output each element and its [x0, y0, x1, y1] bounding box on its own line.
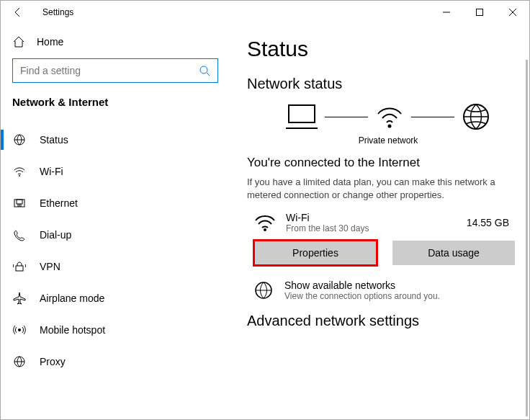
status-icon: [12, 133, 27, 146]
wifi-signal-icon: [375, 104, 404, 130]
connection-name: Wi-Fi: [286, 212, 369, 223]
globe-icon: [462, 102, 490, 131]
svg-rect-9: [17, 200, 22, 204]
svg-point-14: [18, 329, 21, 331]
proxy-icon: [12, 355, 27, 368]
nav-wifi[interactable]: Wi-Fi: [1, 156, 230, 187]
close-button[interactable]: [496, 1, 529, 24]
svg-point-20: [264, 228, 266, 231]
vpn-icon: [12, 260, 27, 273]
titlebar: Settings: [1, 1, 529, 24]
nav-label: Proxy: [40, 356, 66, 367]
globe-icon: [254, 281, 273, 300]
nav-ethernet[interactable]: Ethernet: [1, 187, 230, 219]
page-title: Status: [247, 37, 529, 61]
home-icon: [12, 35, 27, 48]
show-networks-sub: View the connection options around you.: [284, 291, 440, 301]
nav-proxy[interactable]: Proxy: [1, 346, 230, 377]
nav-label: Ethernet: [40, 197, 78, 209]
connection-data: 14.55 GB: [467, 217, 509, 228]
maximize-button[interactable]: [463, 1, 496, 24]
show-networks-row[interactable]: Show available networks View the connect…: [247, 280, 529, 301]
diagram-caption: Private network: [247, 135, 529, 146]
svg-point-18: [388, 125, 392, 128]
nav-label: VPN: [40, 261, 60, 272]
data-usage-button[interactable]: Data usage: [392, 241, 515, 265]
nav-list: Status Wi-Fi Ethernet: [1, 124, 230, 377]
minimize-button[interactable]: [430, 1, 463, 24]
nav-vpn[interactable]: VPN: [1, 251, 230, 282]
search-input[interactable]: [12, 58, 218, 83]
nav-label: Dial-up: [40, 229, 71, 241]
show-networks-title: Show available networks: [284, 280, 440, 291]
connection-period: From the last 30 days: [286, 223, 369, 233]
search-icon: [199, 65, 210, 76]
nav-label: Airplane mode: [40, 292, 104, 304]
section-title: Network status: [247, 76, 529, 92]
settings-window: Settings Home Network: [0, 0, 530, 420]
home-label: Home: [37, 36, 63, 48]
home-nav[interactable]: Home: [1, 30, 230, 58]
scrollbar[interactable]: [526, 60, 528, 416]
window-title: Settings: [42, 7, 73, 17]
connected-description: If you have a limited data plan, you can…: [247, 176, 513, 202]
connected-heading: You're connected to the Internet: [247, 156, 529, 170]
nav-label: Status: [40, 134, 68, 146]
nav-dialup[interactable]: Dial-up: [1, 219, 230, 251]
sidebar: Home Network & Internet Status: [1, 24, 230, 419]
wifi-icon: [12, 165, 27, 178]
svg-rect-1: [477, 9, 483, 16]
svg-line-5: [207, 73, 210, 76]
connector-line: [325, 117, 368, 117]
svg-point-7: [19, 175, 20, 177]
search-field[interactable]: [20, 65, 199, 76]
svg-rect-16: [289, 105, 315, 122]
advanced-settings-heading: Advanced network settings: [247, 313, 529, 329]
ethernet-icon: [12, 197, 27, 210]
properties-button[interactable]: Properties: [254, 241, 377, 265]
nav-label: Wi-Fi: [40, 166, 63, 177]
hotspot-icon: [12, 323, 27, 336]
wifi-icon: [254, 213, 276, 232]
section-header: Network & Internet: [1, 96, 230, 115]
connector-line: [411, 117, 454, 117]
svg-point-4: [200, 66, 207, 73]
airplane-icon: [12, 292, 27, 305]
connection-row: Wi-Fi From the last 30 days 14.55 GB: [247, 212, 529, 233]
main-content: Status Network status Private network Yo…: [230, 24, 529, 419]
back-button[interactable]: [12, 6, 30, 18]
nav-hotspot[interactable]: Mobile hotspot: [1, 314, 230, 346]
network-diagram: [247, 102, 529, 131]
nav-label: Mobile hotspot: [40, 324, 105, 336]
pc-icon: [286, 104, 318, 130]
nav-airplane[interactable]: Airplane mode: [1, 282, 230, 314]
svg-rect-13: [16, 266, 23, 271]
dialup-icon: [12, 228, 27, 241]
nav-status[interactable]: Status: [1, 124, 230, 156]
